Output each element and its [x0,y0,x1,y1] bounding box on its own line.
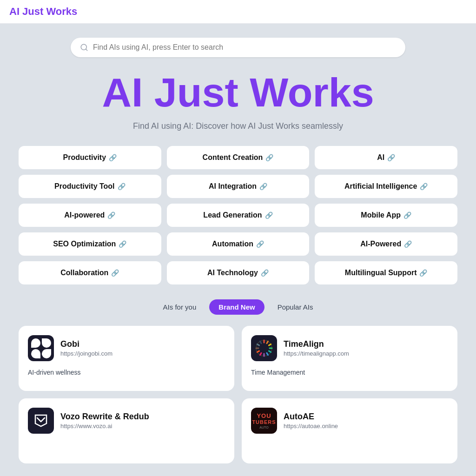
filter-tab-brand-new[interactable]: Brand New [209,299,264,315]
ai-card-header: Gobi https://joingobi.com [28,335,225,361]
ai-card-info: TimeAlign https://timealignapp.com [284,339,448,357]
header: AI Just Works [0,0,476,24]
link-icon: 🔗 [404,240,412,248]
filter-tab-popular-ais[interactable]: Popular AIs [268,299,323,315]
tag-btn-ai-technology[interactable]: AI Technology🔗 [167,261,310,284]
tag-label: Collaboration [60,269,108,277]
ai-card-info: AutoAE https://autoae.online [284,412,448,430]
ai-cards-grid: Gobi https://joingobi.com AI-driven well… [19,326,457,463]
tag-btn-mobile-app[interactable]: Mobile App🔗 [315,204,457,227]
ai-card-url: https://autoae.online [284,423,448,430]
tag-label: Lead Generation [203,211,262,219]
main-content: AI Just Works Find AI using AI: Discover… [0,24,476,476]
link-icon: 🔗 [119,240,126,248]
filter-tabs: AIs for youBrand NewPopular AIs [19,299,457,315]
ai-card-url: https://www.vozo.ai [60,423,225,430]
link-icon: 🔗 [118,183,126,190]
tag-label: AI-Powered [360,240,401,248]
svg-line-10 [260,353,262,355]
svg-marker-15 [35,415,46,426]
tag-btn-lead-generation[interactable]: Lead Generation🔗 [167,204,310,227]
link-icon: 🔗 [387,154,395,161]
link-icon: 🔗 [265,154,273,161]
ai-card-timealign[interactable]: TimeAlign https://timealignapp.com Time … [242,326,457,391]
link-icon: 🔗 [265,212,273,219]
tag-btn-seo-optimization[interactable]: SEO Optimization🔗 [19,232,161,256]
tag-label: AI Technology [207,269,258,277]
ai-card-header: TimeAlign https://timealignapp.com [251,335,448,361]
tag-btn-productivity[interactable]: Productivity🔗 [19,146,161,169]
ai-card-name: Vozo Rewrite & Redub [60,412,225,422]
gobi-logo [28,335,54,361]
tag-btn-automation[interactable]: Automation🔗 [167,232,310,256]
link-icon: 🔗 [419,269,427,277]
ai-card-header: YOU TUBERS AUTO AutoAE https://autoae.on… [251,408,448,434]
search-icon [80,43,88,52]
filter-tab-ais-for-you[interactable]: AIs for you [154,299,206,315]
svg-line-14 [260,342,262,344]
ai-card-gobi[interactable]: Gobi https://joingobi.com AI-driven well… [19,326,234,391]
ai-card-header: Vozo Rewrite & Redub https://www.vozo.ai [28,408,225,434]
ai-card-url: https://timealignapp.com [284,350,448,357]
timealign-logo [251,335,277,361]
svg-line-7 [269,351,271,352]
ai-card-description: Time Management [251,369,448,376]
link-icon: 🔗 [107,212,115,219]
tag-btn-productivity-tool[interactable]: Productivity Tool🔗 [19,175,161,198]
tag-label: SEO Optimization [53,240,116,248]
link-icon: 🔗 [261,269,269,277]
ai-card-name: AutoAE [284,412,448,422]
svg-line-4 [267,342,268,344]
tag-label: Mobile App [361,211,401,219]
tag-label: Productivity [63,153,106,162]
svg-line-5 [269,344,271,346]
autoae-logo: YOU TUBERS AUTO [251,408,277,434]
link-icon: 🔗 [111,269,119,277]
ai-card-autoae[interactable]: YOU TUBERS AUTO AutoAE https://autoae.on… [242,398,457,463]
link-icon: 🔗 [109,154,117,161]
tag-btn-ai[interactable]: AI🔗 [315,146,457,169]
tag-label: AI Integration [209,182,257,191]
ai-card-info: Vozo Rewrite & Redub https://www.vozo.ai [60,412,225,430]
ai-card-description: AI-driven wellness [28,369,225,376]
search-container [19,38,457,57]
hero-title: AI Just Works [19,71,457,114]
ai-card-vozo[interactable]: Vozo Rewrite & Redub https://www.vozo.ai [19,398,234,463]
tag-label: Automation [212,240,253,248]
svg-line-8 [267,353,268,355]
tag-btn-artificial-intelligence[interactable]: Artificial Intelligence🔗 [315,175,457,198]
search-input[interactable] [93,43,396,52]
search-bar [71,38,405,57]
svg-line-13 [257,344,259,346]
vozo-logo [28,408,54,434]
header-logo[interactable]: AI Just Works [9,6,77,18]
svg-line-11 [257,351,259,352]
tag-label: Multilingual Support [345,269,417,277]
ai-card-name: TimeAlign [284,339,448,349]
tag-btn-content-creation[interactable]: Content Creation🔗 [167,146,310,169]
ai-card-info: Gobi https://joingobi.com [60,339,225,357]
ai-card-url: https://joingobi.com [60,350,225,357]
link-icon: 🔗 [256,240,264,248]
hero-subtitle: Find AI using AI: Discover how AI Just W… [19,121,457,131]
tag-label: Productivity Tool [54,182,114,191]
ai-card-name: Gobi [60,339,225,349]
svg-line-1 [86,49,87,50]
link-icon: 🔗 [403,212,411,219]
tag-btn-collaboration[interactable]: Collaboration🔗 [19,261,161,284]
tag-label: Content Creation [203,153,263,162]
tag-label: Artificial Intelligence [344,182,417,191]
tag-btn-ai-integration[interactable]: AI Integration🔗 [167,175,310,198]
tags-grid: Productivity🔗Content Creation🔗AI🔗Product… [19,146,457,284]
tag-btn-ai-powered[interactable]: AI-powered🔗 [19,204,161,227]
link-icon: 🔗 [420,183,428,190]
tag-label: AI [377,153,384,162]
tag-btn-multilingual-support[interactable]: Multilingual Support🔗 [315,261,457,284]
tag-label: AI-powered [64,211,105,219]
tag-btn-ai-powered-2[interactable]: AI-Powered🔗 [315,232,457,256]
link-icon: 🔗 [259,183,267,190]
